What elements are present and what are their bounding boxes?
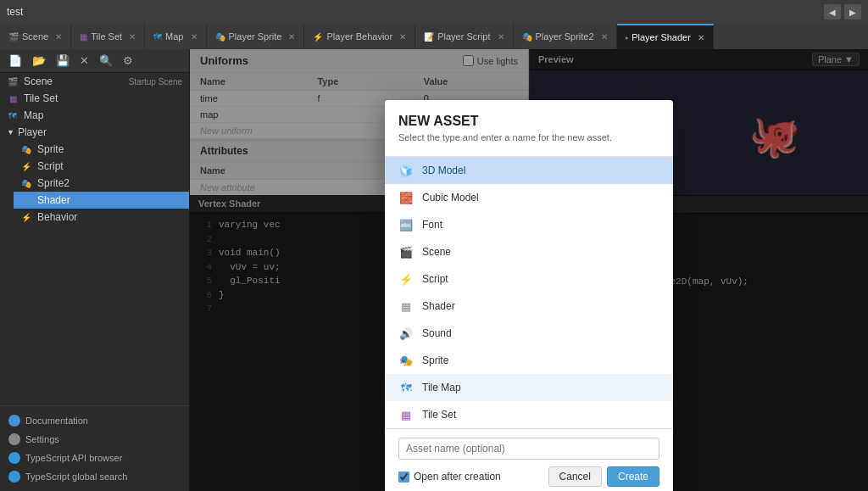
modal-item-sound[interactable]: 🔊 Sound — [385, 320, 673, 347]
modal-asset-list: 🧊 3D Model 🧱 Cubic Model 🔤 Font 🎬 Scene — [385, 156, 673, 428]
new-asset-modal: NEW ASSET Select the type and enter a na… — [385, 100, 673, 491]
sidebar-item-tileset[interactable]: ▦ Tile Set — [0, 90, 189, 107]
typescript-api-link[interactable]: TypeScript API browser — [0, 449, 189, 467]
modal-item-label: Script — [422, 273, 448, 285]
tab-player-script[interactable]: 📝 Player Script ✕ — [415, 24, 513, 49]
open-after-checkbox-input[interactable] — [398, 471, 409, 483]
sound-modal-icon: 🔊 — [398, 326, 414, 341]
modal-item-label: Cubic Model — [422, 192, 479, 204]
modal-item-label: 3D Model — [422, 165, 465, 176]
modal-item-sprite[interactable]: 🎭 Sprite — [385, 347, 673, 374]
typescript-global-icon — [8, 471, 20, 483]
main-layout: 📄 📂 💾 ✕ 🔍 ⚙ 🎬 Scene Startup Scene ▦ Tile… — [0, 49, 868, 491]
sidebar-item-shader[interactable]: ▪ Shader — [14, 192, 189, 209]
modal-item-label: Sprite — [422, 354, 448, 366]
tab-scene[interactable]: 🎬 Scene ✕ — [0, 24, 71, 49]
modal-button-group: Cancel Create — [548, 466, 659, 487]
typescript-global-link[interactable]: TypeScript global search — [0, 467, 189, 486]
modal-item-3d-model[interactable]: 🧊 3D Model — [385, 157, 673, 184]
modal-item-label: Shader — [422, 300, 455, 312]
content-area: Uniforms Use lights Name Type Value — [190, 49, 868, 491]
tab-player-behavior[interactable]: ⚡ Player Behavior ✕ — [304, 24, 415, 49]
typescript-api-label: TypeScript API browser — [25, 453, 122, 463]
open-folder-button[interactable]: 📂 — [29, 53, 49, 69]
tab-close-player-sprite[interactable]: ✕ — [288, 32, 295, 42]
tab-close-player-sprite2[interactable]: ✕ — [601, 32, 608, 42]
modal-item-shader[interactable]: ▦ Shader — [385, 293, 673, 320]
modal-actions: Open after creation Cancel Create — [398, 466, 659, 487]
sidebar-label-behavior: Behavior — [37, 211, 77, 223]
save-button[interactable]: 💾 — [53, 53, 73, 69]
modal-item-tileset[interactable]: ▦ Tile Set — [385, 401, 673, 428]
sidebar-label-player: Player — [18, 126, 47, 138]
tab-close-player-behavior[interactable]: ✕ — [399, 32, 406, 42]
tab-close-player-script[interactable]: ✕ — [498, 32, 504, 42]
settings-link[interactable]: Settings — [0, 430, 189, 449]
sprite2-icon: 🎭 — [20, 177, 32, 189]
tab-close-player-shader[interactable]: ✕ — [698, 33, 704, 42]
settings-icon — [8, 433, 20, 445]
filter-button[interactable]: ⚙ — [120, 53, 136, 69]
documentation-link[interactable]: Documentation — [0, 411, 189, 430]
modal-item-label: Font — [422, 219, 442, 231]
shader-modal-icon: ▦ — [398, 299, 414, 314]
tab-bar: 🎬 Scene ✕ ▦ Tile Set ✕ 🗺 Map ✕ 🎭 Player … — [0, 24, 868, 49]
open-after-label: Open after creation — [414, 471, 501, 483]
modal-item-tilemap[interactable]: 🗺 Tile Map — [385, 374, 673, 401]
sidebar-label-scene: Scene — [24, 75, 53, 87]
new-file-button[interactable]: 📄 — [5, 53, 25, 69]
sidebar-item-map[interactable]: 🗺 Map — [0, 107, 189, 124]
modal-item-font[interactable]: 🔤 Font — [385, 211, 673, 238]
tab-close-scene[interactable]: ✕ — [55, 32, 62, 42]
map-icon: 🗺 — [7, 109, 19, 121]
modal-item-label: Tile Map — [422, 382, 461, 393]
sidebar-label-sprite: Sprite — [37, 143, 64, 155]
typescript-global-label: TypeScript global search — [25, 471, 127, 482]
sidebar-bottom: Documentation Settings TypeScript API br… — [0, 405, 189, 491]
nav-forward-button[interactable]: ▶ — [844, 4, 861, 20]
behavior-icon: ⚡ — [20, 211, 32, 223]
search-sidebar-button[interactable]: 🔍 — [96, 53, 116, 69]
tab-tileset[interactable]: ▦ Tile Set ✕ — [71, 24, 145, 49]
modal-item-script[interactable]: ⚡ Script — [385, 265, 673, 293]
tab-close-tileset[interactable]: ✕ — [129, 32, 136, 42]
modal-item-label: Sound — [422, 327, 452, 339]
open-after-checkbox-label[interactable]: Open after creation — [398, 471, 501, 483]
modal-footer: Open after creation Cancel Create — [385, 428, 673, 491]
typescript-api-icon — [8, 452, 20, 464]
scene-icon: 🎬 — [7, 75, 19, 87]
tilemap-modal-icon: 🗺 — [398, 380, 414, 395]
delete-button[interactable]: ✕ — [76, 53, 92, 69]
tab-player-shader[interactable]: ▪ Player Shader ✕ — [617, 24, 714, 49]
tab-close-map[interactable]: ✕ — [191, 32, 198, 42]
sidebar-label-script: Script — [37, 160, 64, 172]
create-button[interactable]: Create — [607, 466, 659, 487]
tab-player-sprite[interactable]: 🎭 Player Sprite ✕ — [207, 24, 305, 49]
documentation-label: Documentation — [25, 416, 88, 426]
font-icon: 🔤 — [398, 217, 414, 232]
sidebar-item-sprite2[interactable]: 🎭 Sprite2 — [14, 175, 189, 192]
expand-icon: ▼ — [7, 128, 14, 137]
sidebar-item-script[interactable]: ⚡ Script — [14, 158, 189, 175]
tab-player-sprite2[interactable]: 🎭 Player Sprite2 ✕ — [514, 24, 617, 49]
documentation-icon — [8, 415, 20, 427]
modal-item-cubic-model[interactable]: 🧱 Cubic Model — [385, 184, 673, 211]
script-modal-icon: ⚡ — [398, 271, 414, 287]
sidebar-item-sprite[interactable]: 🎭 Sprite — [14, 141, 189, 158]
script-icon: ⚡ — [20, 160, 32, 172]
nav-back-button[interactable]: ◀ — [824, 4, 841, 20]
startup-badge: Startup Scene — [129, 77, 182, 86]
3d-model-icon: 🧊 — [398, 163, 414, 178]
modal-item-label: Scene — [422, 246, 451, 258]
modal-item-scene[interactable]: 🎬 Scene — [385, 238, 673, 265]
sidebar-group-player[interactable]: ▼ Player — [0, 124, 189, 141]
modal-header: NEW ASSET Select the type and enter a na… — [385, 100, 673, 148]
sidebar-item-scene[interactable]: 🎬 Scene Startup Scene — [0, 73, 189, 90]
modal-item-label: Tile Set — [422, 409, 456, 421]
asset-name-input[interactable] — [398, 438, 659, 460]
sidebar-label-shader: Shader — [37, 194, 70, 206]
cancel-button[interactable]: Cancel — [548, 466, 602, 487]
sidebar-item-behavior[interactable]: ⚡ Behavior — [14, 209, 189, 226]
sidebar-label-tileset: Tile Set — [24, 92, 58, 104]
tab-map[interactable]: 🗺 Map ✕ — [145, 24, 206, 49]
